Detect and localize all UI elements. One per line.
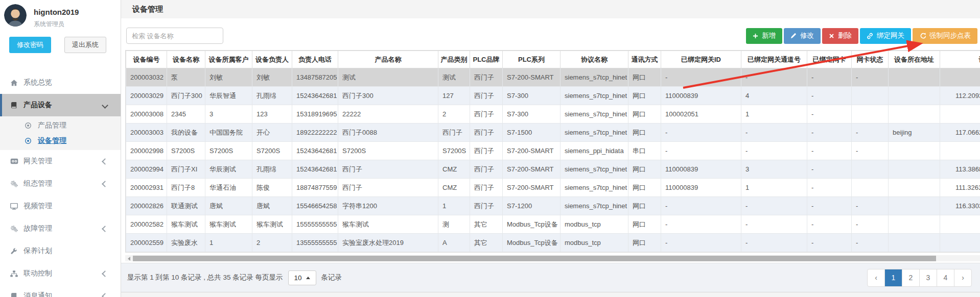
pagination-info-prefix: 显示第 1 到第 10 条记录 , 总共 35 条记录 每页显示 [127, 273, 283, 282]
table-cell [889, 234, 940, 252]
table-row[interactable]: 200002931西门子8华通石油陈俊18874877559西门子CMZ西门子S… [126, 179, 980, 197]
add-button[interactable]: 新增 [746, 28, 782, 44]
page-button-4[interactable]: 4 [937, 269, 954, 286]
column-header[interactable]: 设备负责人 [252, 51, 292, 68]
column-header[interactable]: 协议名称 [561, 51, 628, 68]
table-cell: 西门子 [338, 179, 438, 197]
table-row[interactable]: 200002994西门子XI华辰测试孔雨绵15243642681西门子CMZ西门… [126, 160, 980, 179]
table-cell: 测 [438, 215, 470, 234]
table-cell: - [807, 123, 852, 142]
delete-button[interactable]: 删除 [822, 28, 858, 44]
table-cell [889, 105, 940, 123]
device-table-wrap: 设备编号设备名称设备所属客户设备负责人负责人电话产品名称产品类别PLC品牌PLC… [125, 50, 980, 253]
sidebar-item-gateway-manage[interactable]: 网关管理 [0, 150, 121, 172]
table-row[interactable]: 200002582猴车测试猴车测试猴车测试15555555555猴车测试测其它M… [126, 215, 980, 234]
table-row[interactable]: 200002826联通测试唐斌唐斌15546654258字符串12001西门子S… [126, 197, 980, 215]
table-cell [852, 179, 889, 197]
column-header[interactable]: 通讯方式 [628, 51, 661, 68]
table-cell: siemens_s7tcp_hinet [561, 68, 628, 87]
page-size-select[interactable]: 10 [288, 270, 316, 285]
sidebar-item-device-manage[interactable]: 设备管理 [0, 133, 121, 148]
column-header[interactable]: 设备所在地址 [889, 51, 940, 68]
column-header[interactable]: 产品类别 [438, 51, 470, 68]
table-cell: S7-200-SMART [503, 142, 561, 160]
column-header[interactable]: 已绑定网卡 [807, 51, 852, 68]
table-cell: S7-300 [503, 105, 561, 123]
page-button-1[interactable]: 1 [884, 269, 902, 286]
table-cell: 1 [205, 234, 252, 252]
table-cell: S7-200-SMART [503, 179, 561, 197]
table-cell: 西门子 [470, 123, 503, 142]
sidebar-item-product-device[interactable]: 产品设备 [0, 94, 121, 116]
sidebar-item-product-manage[interactable]: 产品管理 [0, 118, 121, 133]
sidebar: hignton2019 系统管理员 修改密码 退出系统 系统总览产品设备产品管理… [0, 0, 121, 297]
page-button-next[interactable]: › [954, 269, 971, 286]
table-cell: S7-200-SMART [503, 68, 561, 87]
column-header[interactable]: 已绑定网关ID [661, 51, 741, 68]
circle-dot-icon [25, 137, 38, 144]
chevron-left-icon [102, 270, 108, 277]
user-role: 系统管理员 [34, 20, 79, 29]
page-button-prev[interactable]: ‹ [868, 269, 884, 286]
circle-dot-icon [25, 122, 38, 129]
column-header[interactable]: PLC系列 [503, 51, 561, 68]
column-header[interactable]: 负责人电话 [292, 51, 338, 68]
sitemap-icon [10, 270, 24, 277]
sidebar-item-fault-manage[interactable]: 故障管理 [0, 217, 121, 240]
logout-button[interactable]: 退出系统 [64, 37, 106, 53]
table-cell: 字符串1200 [338, 197, 438, 215]
table-cell: 刘敏 [205, 68, 252, 87]
column-header[interactable]: 设备所在经度 [940, 51, 980, 68]
pagination-info-suffix: 条记录 [321, 273, 342, 282]
toolbar: 新增修改删除绑定网关强制同步点表 [121, 18, 980, 50]
table-cell: beijing [889, 123, 940, 142]
sidebar-item-maintenance-plan[interactable]: 保养计划 [0, 240, 121, 262]
change-password-button[interactable]: 修改密码 [9, 37, 51, 53]
search-input[interactable] [126, 28, 223, 44]
sidebar-item-linkage-control[interactable]: 联动控制 [0, 262, 121, 285]
table-cell: siemens_s7tcp_hinet [561, 87, 628, 105]
table-row[interactable]: 200002998S7200SS7200SS7200S15243642681S7… [126, 142, 980, 160]
table-row[interactable]: 2000030082345312315318919695222222西门子S7-… [126, 105, 980, 123]
avatar[interactable] [4, 4, 27, 27]
force-sync-points-button[interactable]: 强制同步点表 [913, 28, 977, 44]
column-header[interactable]: 产品名称 [338, 51, 438, 68]
column-header[interactable]: 设备编号 [126, 51, 167, 68]
table-cell: - [807, 142, 852, 160]
table-cell: 串口 [628, 142, 661, 160]
table-cell: CMZ [438, 160, 470, 179]
table-cell: 猴车测试 [338, 215, 438, 234]
table-cell: - [741, 142, 807, 160]
column-header[interactable]: PLC品牌 [470, 51, 503, 68]
table-cell: 西门子 [470, 105, 503, 123]
edit-button[interactable]: 修改 [784, 28, 821, 44]
table-cell: siemens_ppi_hidata [561, 142, 628, 160]
bind-gateway-button[interactable]: 绑定网关 [860, 28, 911, 44]
sidebar-item-label: 消息通知 [24, 291, 52, 297]
table-cell: 15243642681 [292, 87, 338, 105]
table-row[interactable]: 200003029西门子300华辰智通孔雨绵15243642681西门子3001… [126, 87, 980, 105]
page-button-3[interactable]: 3 [919, 269, 937, 286]
table-cell: 西门子0088 [338, 123, 438, 142]
table-row[interactable]: 200003032泵刘敏刘敏13487587205测试测试西门子S7-200-S… [126, 68, 980, 87]
scrollbar-left-arrow-icon[interactable] [125, 255, 132, 262]
column-header[interactable]: 已绑定网关通道号 [741, 51, 807, 68]
column-header[interactable]: 设备所属客户 [205, 51, 252, 68]
sidebar-item-message-notify[interactable]: 消息通知 [0, 285, 121, 297]
table-cell [889, 197, 940, 215]
column-header[interactable]: 网卡状态 [852, 51, 889, 68]
sidebar-item-video-manage[interactable]: 视频管理 [0, 195, 121, 217]
sidebar-item-config-manage[interactable]: 组态管理 [0, 172, 121, 195]
table-cell: 测试 [338, 68, 438, 87]
table-cell: 西门子 [338, 160, 438, 179]
table-cell: 华通石油 [205, 179, 252, 197]
table-cell: 1 [741, 105, 807, 123]
pencil-icon [790, 33, 797, 39]
sidebar-item-system-overview[interactable]: 系统总览 [0, 71, 121, 94]
column-header[interactable]: 设备名称 [167, 51, 205, 68]
page-button-2[interactable]: 2 [902, 269, 919, 286]
table-row[interactable]: 200002559实验废水1213555555555实验室废水处理2019A其它… [126, 234, 980, 252]
table-row[interactable]: 200003003我的设备中国国务院开心18922222222西门子0088西门… [126, 123, 980, 142]
sidebar-item-label: 视频管理 [24, 202, 52, 211]
scrollbar-thumb[interactable] [133, 256, 936, 261]
